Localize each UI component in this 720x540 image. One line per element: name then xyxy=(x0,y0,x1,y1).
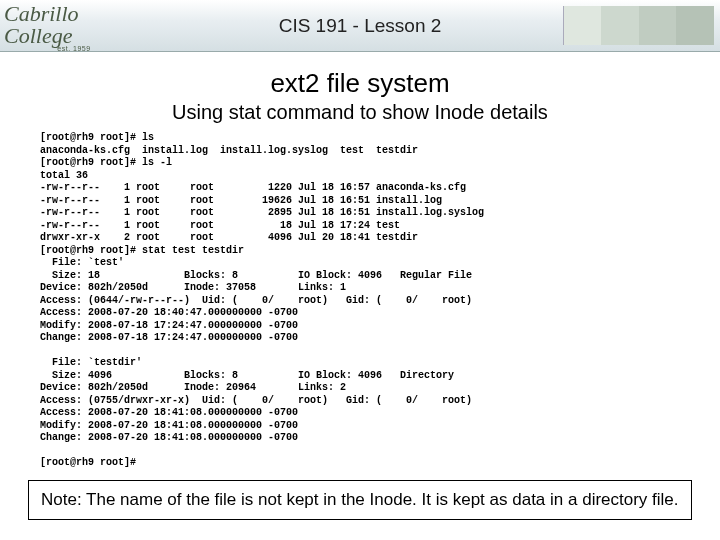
college-logo: Cabrillo College est. 1959 xyxy=(4,3,144,45)
header-bar: Cabrillo College est. 1959 CIS 191 - Les… xyxy=(0,0,720,52)
main-title: ext2 file system xyxy=(14,68,706,99)
logo-text: Cabrillo College xyxy=(4,3,144,47)
slide-body: ext2 file system Using stat command to s… xyxy=(0,52,720,528)
terminal-output: [root@rh9 root]# ls anaconda-ks.cfg inst… xyxy=(40,132,680,470)
note-box: Note: The name of the file is not kept i… xyxy=(28,480,692,520)
header-photo-strip xyxy=(563,6,714,45)
sub-title: Using stat command to show Inode details xyxy=(14,101,706,124)
